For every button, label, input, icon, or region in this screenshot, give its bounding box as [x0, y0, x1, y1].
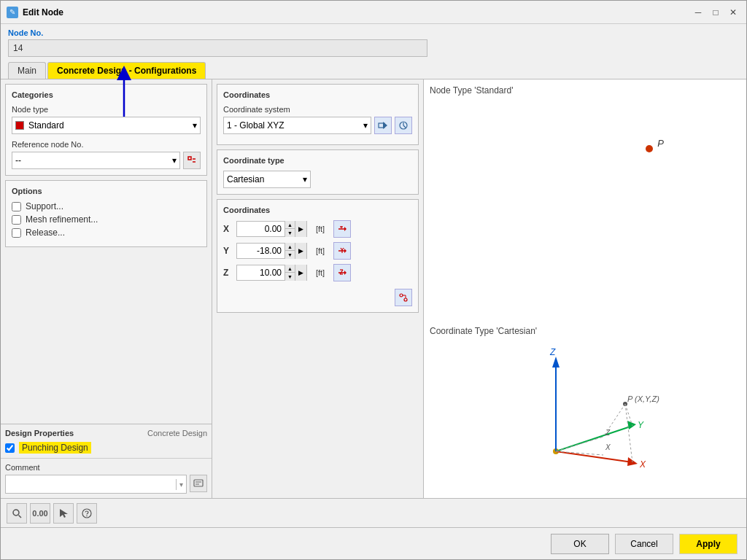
coord-system-label: Coordinate system: [223, 105, 412, 114]
coord-x-arrow[interactable]: ▶: [295, 221, 306, 237]
coord-x-action[interactable]: [333, 220, 351, 238]
coord-y-input[interactable]: [237, 244, 285, 258]
coord-y-down[interactable]: ▼: [285, 251, 295, 259]
coord-x-up[interactable]: ▲: [285, 221, 295, 229]
coord-icon-btn-2[interactable]: [395, 117, 412, 134]
coord-extra-btn-row: [223, 286, 412, 306]
comment-input-container: ▾: [5, 475, 187, 494]
svg-marker-33: [552, 357, 560, 368]
apply-button[interactable]: Apply: [679, 534, 738, 554]
help-toolbar-btn[interactable]: [77, 503, 97, 524]
coords-values-section: Coordinates X ▲ ▼ ▶ [ft]: [217, 199, 419, 313]
svg-line-51: [19, 515, 22, 518]
ok-button[interactable]: OK: [551, 534, 609, 554]
mesh-refinement-checkbox[interactable]: [12, 215, 21, 225]
coord-icon-btn-1[interactable]: [374, 117, 392, 134]
dropdown-arrow-icon: ▾: [193, 120, 197, 131]
close-button[interactable]: ✕: [726, 5, 740, 20]
node-no-right: [435, 40, 739, 58]
minimize-button[interactable]: ─: [691, 5, 705, 20]
mesh-refinement-row: Mesh refinement...: [12, 214, 201, 225]
comment-dropdown-arrow[interactable]: ▾: [176, 479, 186, 490]
coord-z-down[interactable]: ▼: [285, 273, 295, 281]
coord-type-viz-label: Coordinate Type 'Cartesian': [430, 326, 740, 336]
ref-node-row: -- ▾: [12, 152, 201, 169]
middle-panel: Coordinates Coordinate system 1 - Global…: [212, 79, 424, 498]
categories-title: Categories: [12, 90, 201, 99]
left-panel: Categories Node type Standard ▾ Referenc…: [1, 79, 212, 498]
coord-x-label: X: [223, 224, 233, 234]
coord-x-input[interactable]: [237, 222, 285, 236]
node-type-viz-label: Node Type 'Standard': [430, 85, 740, 96]
cursor-icon: [58, 508, 69, 518]
coord-x-icon: [337, 224, 347, 234]
comment-input-row: ▾: [5, 475, 207, 494]
coord-z-input[interactable]: [237, 265, 285, 280]
coord-x-down[interactable]: ▼: [285, 229, 295, 237]
comment-section: Comment ▾: [1, 458, 212, 498]
svg-line-49: [625, 404, 632, 462]
release-row: Release...: [12, 228, 201, 238]
coord-y-up[interactable]: ▲: [285, 243, 295, 251]
release-checkbox[interactable]: [12, 228, 21, 238]
coord-y-label: Y: [223, 246, 233, 256]
punching-design-row: Punching Design: [5, 442, 207, 454]
ref-node-action-btn[interactable]: [183, 152, 201, 169]
node-no-input[interactable]: [8, 39, 427, 57]
node-no-container: Node No.: [8, 28, 427, 58]
design-props-title: Design Properties: [5, 429, 74, 438]
titlebar-controls: ─ □ ✕: [691, 5, 740, 20]
support-checkbox[interactable]: [12, 202, 21, 211]
coord-y-icon: [337, 246, 347, 256]
coord-icon-2: [398, 120, 409, 131]
node-type-dropdown[interactable]: Standard ▾: [12, 117, 201, 134]
design-properties-section: Design Properties Concrete Design Punchi…: [1, 424, 212, 458]
coord-y-action[interactable]: [333, 242, 351, 260]
left-spacer: [1, 252, 212, 424]
comment-action-btn[interactable]: [190, 475, 207, 492]
node-type-color: [15, 121, 24, 130]
coord-z-input-container: ▲ ▼ ▶: [236, 265, 307, 281]
comment-input[interactable]: [6, 475, 176, 493]
coord-y-spinner[interactable]: ▲ ▼: [285, 243, 295, 259]
coord-y-arrow[interactable]: ▶: [295, 243, 306, 259]
coord-z-arrow[interactable]: ▶: [295, 265, 306, 281]
support-row: Support...: [12, 201, 201, 211]
concrete-design-link[interactable]: Concrete Design: [147, 429, 207, 438]
coord-z-unit: [ft]: [310, 268, 330, 277]
svg-point-50: [13, 510, 19, 516]
coord-type-dropdown[interactable]: Cartesian ▾: [223, 171, 311, 188]
coord-icon-1: [378, 120, 388, 131]
ref-node-value: --: [15, 155, 21, 166]
coord-y-row: Y ▲ ▼ ▶ [ft]: [223, 242, 412, 260]
node-standard-viz: P: [430, 101, 740, 247]
comment-icon: [193, 478, 204, 489]
titlebar-left: ✎ Edit Node: [7, 7, 63, 18]
coord-y-unit: [ft]: [310, 246, 330, 255]
node-no-section: Node No.: [1, 24, 746, 59]
svg-rect-2: [188, 157, 191, 160]
search-toolbar-btn[interactable]: [7, 503, 27, 524]
coords-values-title: Coordinates: [223, 206, 412, 214]
ref-node-dropdown[interactable]: -- ▾: [12, 152, 180, 169]
options-title: Options: [12, 187, 201, 195]
coord-system-dropdown[interactable]: 1 - Global XYZ ▾: [223, 117, 371, 134]
tab-main[interactable]: Main: [8, 62, 46, 79]
coord-z-up[interactable]: ▲: [285, 265, 295, 273]
comment-label: Comment: [5, 463, 207, 472]
tab-concrete-design[interactable]: Concrete Design - Configurations: [47, 62, 206, 79]
edit-node-window: ✎ Edit Node ─ □ ✕ Node No. Main Concrete…: [0, 0, 747, 560]
svg-text:X: X: [639, 459, 646, 470]
coord-z-spinner[interactable]: ▲ ▼: [285, 265, 295, 281]
node-type-label: Node type: [12, 105, 201, 114]
coord-extra-action[interactable]: [395, 289, 412, 306]
coord-z-action[interactable]: [333, 264, 351, 281]
punching-design-checkbox[interactable]: [5, 443, 15, 453]
coord-x-input-container: ▲ ▼ ▶: [236, 221, 307, 237]
release-label: Release...: [26, 228, 65, 238]
cancel-button[interactable]: Cancel: [615, 534, 673, 554]
maximize-button[interactable]: □: [708, 5, 723, 20]
coord-x-spinner[interactable]: ▲ ▼: [285, 221, 295, 237]
number-toolbar-btn[interactable]: 0.00: [30, 503, 50, 524]
cursor-toolbar-btn[interactable]: [53, 503, 74, 524]
